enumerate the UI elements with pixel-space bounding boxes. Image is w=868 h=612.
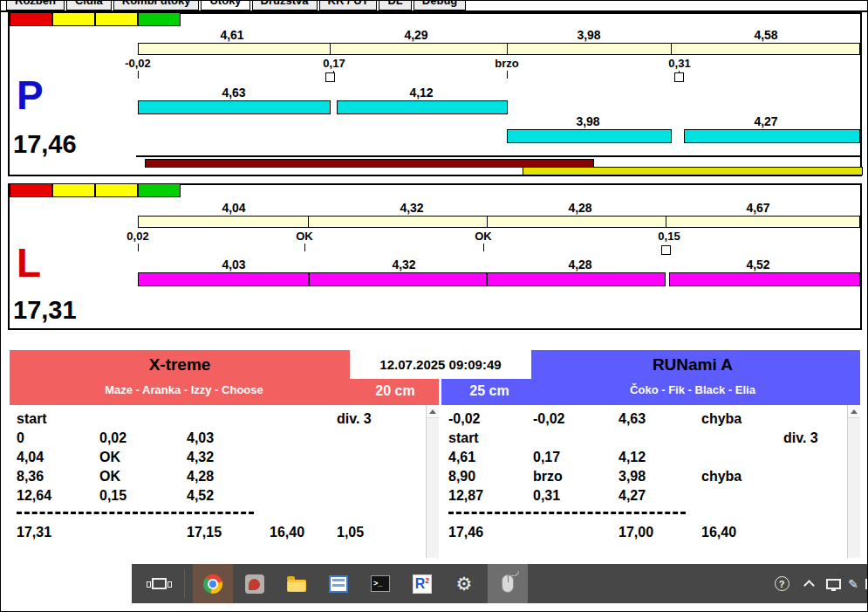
cell: 0,17 [533, 450, 560, 465]
tab-kombi-utoky[interactable]: Kombi útoky [113, 0, 200, 10]
lane-p-yellow-bar [523, 167, 863, 175]
scroll-up-icon[interactable] [848, 405, 860, 418]
totals-separator [448, 512, 686, 514]
scroll-up-icon[interactable] [427, 405, 439, 418]
pen-tray-icon: ✎ [848, 578, 858, 590]
cell: 17,15 [187, 525, 222, 540]
lane-l-scale-time-1: 4,04 [222, 201, 245, 215]
lane-l-checkbox-1[interactable] [661, 245, 671, 255]
help-icon: ? [775, 576, 789, 591]
tab-druzstva[interactable]: Družstva [252, 0, 318, 10]
team-card-right: RUNami A 25 cm Čoko - Fik - Black - Elia… [441, 350, 860, 558]
tab-rozbeh[interactable]: Rozběh [6, 0, 65, 10]
cell: 4,12 [619, 450, 646, 465]
team-left-dogs: Maze - Aranka - Izzy - Choose [18, 383, 350, 396]
lane-l-status-box-4 [138, 183, 181, 197]
cell: 4,04 [17, 450, 44, 465]
cell: 4,63 [619, 411, 646, 427]
taskbar-help-button[interactable]: ? [767, 564, 796, 603]
lane-panel-p [8, 12, 862, 176]
lane-p-status-box-3 [95, 12, 138, 26]
mouse-app-icon [502, 574, 514, 593]
totals-row: 17,46 17,00 16,40 [441, 525, 860, 544]
cell: 16,40 [701, 525, 736, 540]
terminal-app-icon: >_ [371, 575, 390, 592]
tab-bar: Rozběh Čidla Kombi útoky Útoky Družstva … [6, 0, 466, 10]
lane-l-split-1: 4,03 [222, 258, 245, 272]
lane-p-scale-bar [138, 43, 860, 55]
lane-p-total: 17,46 [13, 130, 77, 159]
lane-p-split-1: 4,63 [222, 86, 245, 100]
lane-p-checkbox-2[interactable] [674, 72, 684, 82]
lane-p-scale-divider [330, 43, 331, 55]
lane-l-status-box-1 [10, 183, 52, 197]
cell: brzo [533, 469, 563, 485]
tab-dl[interactable]: DL [379, 0, 411, 10]
tab-utoky[interactable]: Útoky [201, 0, 249, 10]
lane-l-tick [483, 244, 484, 251]
lane-p-split-3: 3,98 [576, 114, 599, 128]
taskbar-file-explorer-button[interactable] [277, 564, 317, 603]
cell: 4,03 [187, 430, 214, 446]
taskbar-r-app-button[interactable]: R 2 [402, 564, 442, 603]
lane-p-scale-divider [507, 43, 508, 55]
cell: 8,36 [17, 469, 44, 485]
team-left-name: X-treme [10, 355, 350, 375]
cell: OK [99, 469, 120, 485]
cell: -0,02 [448, 411, 480, 427]
lane-l-scale-time-3: 4,28 [568, 201, 591, 215]
r-app-letter: R [415, 575, 426, 593]
taskbar-terminal-button[interactable]: >_ [360, 564, 400, 603]
cell: 12,64 [17, 488, 51, 504]
lane-p-baseline [136, 155, 860, 157]
settings-gear-icon: ⚙ [456, 574, 473, 593]
taskbar-clipped-tray-button[interactable] [861, 564, 868, 603]
team-card-left: X-treme Maze - Aranka - Izzy - Choose 20… [10, 350, 439, 558]
taskbar-mouse-app-button[interactable] [488, 564, 528, 603]
taskbar-red-app-button[interactable] [235, 564, 275, 603]
lane-l-letter: L [17, 245, 41, 281]
taskbar-settings-button[interactable]: ⚙ [444, 564, 484, 603]
tab-cidla[interactable]: Čidla [66, 0, 112, 10]
cell: div. 3 [783, 430, 818, 446]
lane-l-total: 17,31 [13, 296, 77, 325]
lane-p-run-bar-3 [507, 129, 672, 143]
lane-l-scale-divider [308, 216, 309, 228]
team-left-scrollbar[interactable] [426, 405, 439, 558]
lane-l-deviation-3: OK [475, 230, 492, 243]
lane-p-run-bar-1 [138, 100, 331, 114]
lane-p-split-2: 4,12 [409, 86, 433, 100]
lane-l-split-3: 4,28 [568, 258, 591, 272]
team-right-scrollbar[interactable] [847, 405, 860, 558]
taskbar-chrome-button[interactable] [193, 564, 233, 603]
lane-l-deviation-2: OK [296, 230, 313, 243]
lane-l-deviation-1: 0,02 [126, 230, 148, 243]
taskbar-spreadsheet-app-button[interactable] [318, 564, 359, 603]
cell: 12,87 [448, 488, 483, 504]
cell: OK [99, 450, 120, 465]
cell: chyba [701, 469, 742, 485]
team-right-dogs: Čoko - Fik - Black - Elia [531, 383, 854, 396]
tab-debug[interactable]: Debug [413, 0, 466, 10]
tab-kr-ut[interactable]: KR / ÚT [319, 0, 378, 10]
lane-p-checkbox-1[interactable] [325, 72, 335, 82]
lane-p-scale-time-2: 4,29 [404, 28, 427, 42]
clipped-tray-icon [865, 579, 868, 589]
lane-l-run-bar-3 [487, 272, 666, 286]
taskbar-tray-expand-button[interactable] [796, 564, 821, 603]
taskbar-task-view-button[interactable] [139, 564, 179, 603]
lane-p-run-bar-2 [337, 100, 508, 114]
lane-p-letter: P [17, 78, 44, 113]
lane-l-status-box-2 [52, 183, 95, 197]
lane-l-deviation-4: 0,15 [658, 230, 680, 243]
lane-p-deviation-1: -0,02 [125, 57, 151, 70]
lane-p-status-box-1 [10, 12, 52, 26]
lane-p-run-bar-4 [684, 129, 860, 143]
cell: 0,31 [533, 488, 560, 504]
cell: 0,02 [99, 430, 126, 446]
r-app-sub: 2 [425, 575, 429, 586]
lane-l-tick [138, 244, 139, 251]
lane-p-scale-time-3: 3,98 [577, 28, 600, 42]
cell: 4,52 [187, 488, 214, 504]
result-row: 8,90 brzo 3,98 chyba [441, 469, 860, 488]
